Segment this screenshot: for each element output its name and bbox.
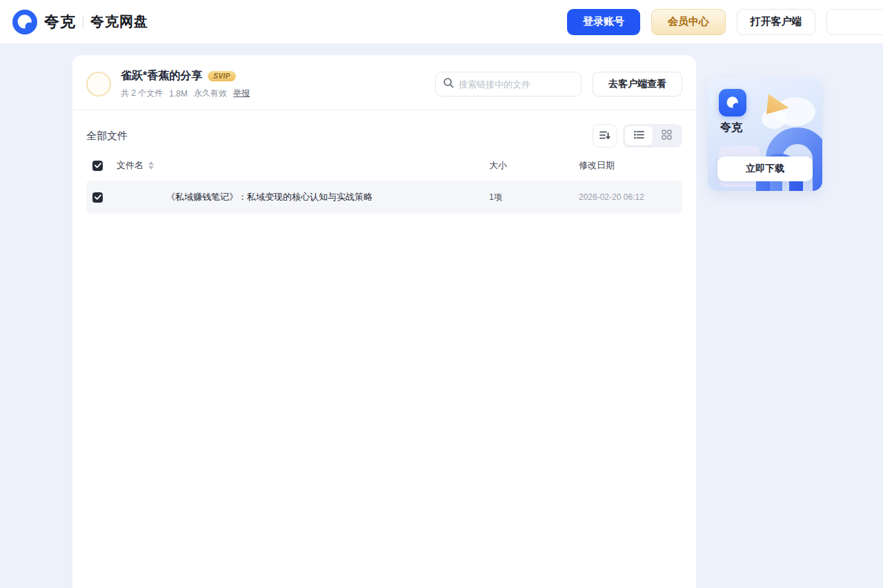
grid-view-icon bbox=[662, 130, 672, 143]
sort-order-button[interactable] bbox=[593, 124, 617, 148]
share-total-size: 1.8M bbox=[169, 89, 188, 99]
top-header: 夸克 夸克网盘 登录账号 会员中心 打开客户端 bbox=[0, 0, 883, 44]
brand-divider bbox=[83, 15, 83, 29]
brand-name: 夸克 bbox=[44, 12, 76, 32]
share-meta: 共 2 个文件 1.8M 永久有效 举报 bbox=[121, 88, 250, 99]
share-header-actions: 去客户端查看 bbox=[435, 72, 682, 97]
view-mode-toggle bbox=[623, 124, 682, 148]
row-checkbox[interactable] bbox=[92, 192, 103, 203]
column-modified: 修改日期 bbox=[579, 159, 682, 172]
quark-app-icon bbox=[719, 89, 746, 116]
view-controls bbox=[593, 124, 682, 148]
share-header: 雀跃*香蕉的分享 SVIP 共 2 个文件 1.8M 永久有效 举报 bbox=[72, 55, 696, 110]
extra-header-button[interactable] bbox=[826, 9, 883, 35]
vip-center-button[interactable]: 会员中心 bbox=[651, 9, 726, 35]
brand-suffix: 夸克网盘 bbox=[90, 12, 148, 31]
file-search-box[interactable] bbox=[435, 72, 582, 97]
open-client-button[interactable]: 打开客户端 bbox=[737, 9, 815, 35]
file-icon-placeholder bbox=[117, 186, 166, 208]
avatar bbox=[86, 72, 111, 97]
view-in-client-button[interactable]: 去客户端查看 bbox=[593, 72, 682, 97]
table-header: 文件名 大小 修改日期 bbox=[72, 150, 696, 181]
login-button[interactable]: 登录账号 bbox=[567, 9, 640, 35]
files-toolbar: 全部文件 bbox=[72, 110, 696, 148]
share-title: 雀跃*香蕉的分享 bbox=[121, 69, 202, 83]
brand[interactable]: 夸克 夸克网盘 bbox=[12, 10, 148, 34]
header-actions: 登录账号 会员中心 打开客户端 bbox=[567, 9, 883, 35]
share-file-count: 共 2 个文件 bbox=[121, 88, 163, 99]
column-name[interactable]: 文件名 bbox=[117, 159, 143, 172]
list-view-button[interactable] bbox=[625, 126, 653, 145]
sort-order-icon bbox=[599, 130, 611, 142]
promo-app-name: 夸克 bbox=[720, 121, 742, 135]
share-info: 雀跃*香蕉的分享 SVIP 共 2 个文件 1.8M 永久有效 举报 bbox=[121, 69, 250, 99]
page-body: 雀跃*香蕉的分享 SVIP 共 2 个文件 1.8M 永久有效 举报 bbox=[0, 44, 883, 588]
grid-view-button[interactable] bbox=[653, 126, 680, 145]
file-row[interactable]: 《私域赚钱笔记》：私域变现的核心认知与实战策略 1项 2026-02-20 06… bbox=[86, 181, 682, 214]
search-icon bbox=[443, 77, 454, 91]
report-link[interactable]: 举报 bbox=[233, 88, 250, 99]
svip-badge: SVIP bbox=[208, 71, 236, 81]
quark-logo-icon bbox=[12, 10, 37, 34]
app-promo-card: 夸克 立即下载 bbox=[708, 78, 822, 191]
file-size: 1项 bbox=[489, 192, 579, 203]
name-sort-arrows-icon[interactable] bbox=[148, 161, 154, 170]
section-title: 全部文件 bbox=[86, 130, 128, 143]
download-now-button[interactable]: 立即下载 bbox=[717, 156, 813, 181]
select-all-checkbox[interactable] bbox=[92, 161, 103, 171]
share-card: 雀跃*香蕉的分享 SVIP 共 2 个文件 1.8M 永久有效 举报 bbox=[72, 55, 696, 588]
file-modified-date: 2026-02-20 06:12 bbox=[579, 192, 682, 202]
list-view-icon bbox=[634, 130, 644, 142]
search-input[interactable] bbox=[459, 79, 574, 90]
file-name[interactable]: 《私域赚钱笔记》：私域变现的核心认知与实战策略 bbox=[166, 191, 373, 203]
column-size: 大小 bbox=[489, 159, 579, 172]
share-validity: 永久有效 bbox=[194, 88, 227, 99]
